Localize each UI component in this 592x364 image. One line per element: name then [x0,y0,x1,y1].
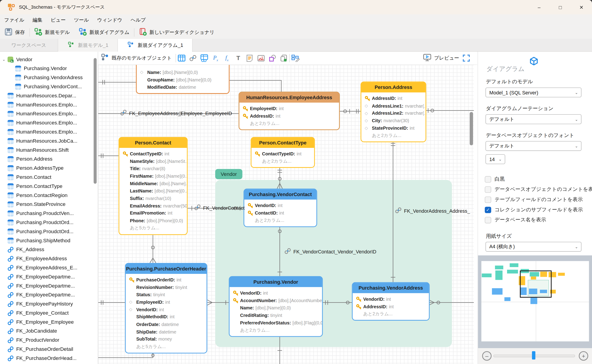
minimap-viewport[interactable] [520,271,552,298]
toolbar-new-dictionary-button[interactable]: 新しいデータディクショナリ [134,26,219,39]
tree-item-HumanResources.JobCa...[interactable]: HumanResources.JobCa... [0,136,98,145]
entity-field-FirstName[interactable]: FirstName:[dbo].[Name](0... [119,172,187,180]
entity-title[interactable]: Purchasing.VendorContact [244,189,317,200]
entity-person-contact[interactable]: Person.ContactContactTypeID:intNameStyle… [119,137,188,235]
entity-field-EmployeeID[interactable]: EmployeeID:int [239,105,339,112]
entity-purchasing-vendorcontact[interactable]: Purchasing.VendorContactVendorID:intCont… [244,188,317,227]
entity-more-columns[interactable]: あと2カラム... [244,217,317,224]
db-object-font-select[interactable]: デフォルト⌄ [486,141,581,151]
entity-field-VendorID[interactable]: VendorID:int [353,295,429,303]
entity-field-NameStyle[interactable]: NameStyle:[dbo].[NameSt... [119,158,187,165]
entity-field-AddressID[interactable]: AddressID:int [353,303,429,310]
text-icon[interactable]: T [233,53,244,63]
preview-button[interactable]: プレビュー [423,53,459,63]
entity-field-ShipMethodID[interactable]: ShipMethodID:int [126,313,206,321]
entity-field-RevisionNumber[interactable]: RevisionNumber:tinyint [126,283,206,291]
minimap[interactable] [478,255,592,348]
px-icon[interactable]: Px [210,53,221,63]
entity-field-GroupName[interactable]: GroupName:[dbo].[Name](0,0) [137,76,229,84]
entity-field-EmailAddress[interactable]: EmailAddress:nvarchar(50) [119,202,187,209]
vendor-subject-tag[interactable]: Vendor [215,169,242,179]
maximize-button[interactable]: □ [550,0,571,14]
toolbar-new-diagram-button[interactable]: 新規ダイアグラム [74,26,134,39]
entity-more-columns[interactable]: あと2カラム... [239,120,339,127]
relation-icon[interactable] [187,53,199,63]
entity-more-columns[interactable]: あと5カラム... [119,224,187,232]
tree-item-FK_EmployeeDepartme...[interactable]: FK_EmployeeDepartme... [0,281,98,290]
tree-item-FK_Address[interactable]: FK_Address [0,245,98,254]
entity-field-AddressLine1[interactable]: ◇AddressLine1:nvarchar(... [361,102,426,110]
checkbox-unchecked-icon[interactable] [485,196,491,203]
entity-more-columns[interactable]: あと2カラム... [353,310,429,318]
tree-item-HumanResources.Depar...[interactable]: HumanResources.Depar... [0,91,98,100]
entity-person-contacttype[interactable]: Person.ContactTypeContactTypeID:intあと2カラ… [251,137,315,168]
copy-icon[interactable] [278,53,289,63]
tree-item-FK_EmployeeDepartme...[interactable]: FK_EmployeeDepartme... [0,272,98,281]
fullscreen-icon[interactable] [461,53,472,63]
tree-item-Purchasing.VendorCont...[interactable]: Purchasing.VendorCont... [0,82,98,91]
tree-item-Person.Address[interactable]: Person.Address [0,154,98,163]
fk-label-FK_VendorAddress_Address_[interactable]: FK_VendorAddress_Address_ [395,208,470,215]
entity-field-StateProvinceID[interactable]: ◇StateProvinceID:int [361,124,426,132]
tab-ワークスペース[interactable]: ワークスペース [0,39,58,52]
entity-purchasing-vendor[interactable]: Purchasing.VendorVendorID:intAccountNumb… [229,276,323,337]
tree-item-FK_ProductVendor[interactable]: FK_ProductVendor [0,335,98,344]
entity-field-AddressID[interactable]: AddressID:int [361,95,426,102]
tree-item-Person.ContactRegion[interactable]: Person.ContactRegion [0,190,98,200]
entity-field-ShipDate[interactable]: ShipDate:datetime [126,328,206,336]
entity-purchasing-purchaseorderheader[interactable]: Purchasing.PurchaseOrderHeaderPurchaseOr… [125,263,207,354]
tree-item-FK_JobCandidate[interactable]: FK_JobCandidate [0,326,98,335]
entity-field-CreditRating[interactable]: CreditRating:tinyint [230,312,322,319]
existing-model-objects-button[interactable]: 既存のモデルオブジェクト [101,53,172,63]
entity-more-columns[interactable]: あと2カラム... [361,132,426,139]
entity-field-Name[interactable]: Name:[dbo].[Name](0,0) [230,304,322,312]
entity-title[interactable]: Person.Contact [119,138,187,148]
checkbox-コレクションのサブフィールドを表示[interactable]: ✓コレクションのサブフィールドを表示 [485,206,583,213]
entity-field-VendorID[interactable]: VendorID:int [230,289,322,297]
entity-field-VendorID[interactable]: VendorID:int [244,202,317,209]
tree-item-Vendor[interactable]: ⌄Vendor [0,55,98,64]
tree-item-Person.ContactType[interactable]: Person.ContactType [0,182,98,191]
zoom-in-button[interactable]: + [579,351,588,361]
entity-more-columns[interactable]: あと2カラム... [251,158,314,165]
entity-field-AddressID[interactable]: AddressID:int [239,112,339,120]
entity-humanresources-employeeaddress[interactable]: HumanResources.EmployeeAddressEmployeeID… [239,92,340,130]
font-size-select[interactable]: 14⌄ [486,154,505,164]
tree-item-Purchasing.ProudctVen...[interactable]: Purchasing.ProudctVen... [0,209,98,218]
table-fk-icon[interactable] [199,53,210,63]
entity-field-AddressLine2[interactable]: ◇AddressLine2:nvarchar(... [361,110,426,117]
entity-purchasing-vendoraddress[interactable]: Purchasing.VendorAddressVendorID:intAddr… [352,282,430,321]
tree-item-Purchasing.ProudctOrd...[interactable]: Purchasing.ProudctOrd... [0,227,98,236]
tree-item-FK_EmployeeDepartme...[interactable]: FK_EmployeeDepartme... [0,290,98,299]
checkbox-データベース名を表示[interactable]: データベース名を表示 [485,216,546,224]
checkbox-白黒[interactable]: 白黒 [485,176,505,183]
tree-item-FK_EmployeeAddress[interactable]: FK_EmployeeAddress [0,254,98,263]
entity-field-Suffix[interactable]: Suffix:nvarchar(10) [119,195,187,202]
shape-icon[interactable] [267,53,278,63]
paper-size-select[interactable]: A4 (横向き)⌄ [486,242,581,252]
entity-more-columns[interactable]: あと2カラム... [230,326,322,334]
sidebar-scrollbar[interactable] [93,58,97,184]
fk-label-FK_VendorContact_Vendor_VendorID[interactable]: FK_VendorContact_Vendor_VendorID [284,248,376,255]
tree-item-Purchasing.VendorAdress[interactable]: Purchasing.VendorAdress [0,73,98,82]
checkbox-checked-icon[interactable]: ✓ [485,207,491,213]
fk-label-FK_VendorContact[interactable]: FK_VendorContact [194,205,245,212]
tree-item-HumanResources.Emplo...[interactable]: HumanResources.Emplo... [0,118,98,127]
zoom-out-button[interactable]: – [482,351,491,361]
tree-item-Person.StateProvince[interactable]: Person.StateProvince [0,200,98,209]
entity-field-Name[interactable]: ◇Name:[dbo].[Name](0,0) [137,69,229,76]
checkbox-unchecked-icon[interactable] [485,176,491,182]
close-button[interactable]: ✕ [571,0,592,14]
tree-item-HumanResources.Emplo...[interactable]: HumanResources.Emplo... [0,109,98,118]
entity-title[interactable]: HumanResources.EmployeeAddress [239,92,339,103]
entity-field-City[interactable]: ◇City:nvarchar(30) [361,117,426,124]
entity-title[interactable]: Person.ContactType [251,138,314,148]
entity-field-PreferredVendorStatus[interactable]: PreferredVendorStatus:[dbo].[Flag](0,0) [230,319,322,326]
menu-item-ファイル[interactable]: ファイル [0,17,28,23]
entity-field-EmployeeID[interactable]: ◇EmployeeID:int [126,299,206,306]
entity-field-ContactTypeID[interactable]: ContactTypeID:int [251,150,314,158]
checkbox-データベースオブジェクトのコメントを表示[interactable]: データベースオブジェクトのコメントを表示 [485,186,592,193]
menu-item-ビュー[interactable]: ビュー [47,17,70,23]
tree-item-Person.Contact[interactable]: Person.Contact [0,172,98,182]
zoom-slider-thumb[interactable] [532,351,535,359]
